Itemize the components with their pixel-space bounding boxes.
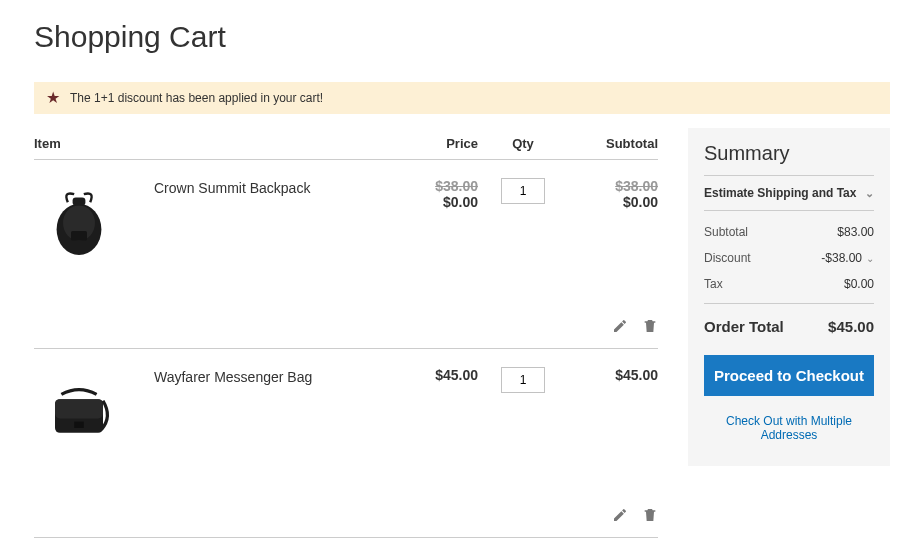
summary-title: Summary bbox=[704, 142, 874, 176]
cart-header-row: Item Price Qty Subtotal bbox=[34, 128, 658, 160]
messenger-bag-icon bbox=[39, 372, 119, 452]
cart-row: Crown Summit Backpack $38.00 $0.00 $38.0… bbox=[34, 160, 658, 349]
summary-tax: Tax $0.00 bbox=[704, 271, 874, 297]
price-final: $0.00 bbox=[388, 194, 478, 210]
trash-icon bbox=[642, 318, 658, 334]
subtotal-final: $45.00 bbox=[568, 367, 658, 383]
col-header-subtotal: Subtotal bbox=[568, 136, 658, 151]
col-header-qty: Qty bbox=[478, 136, 568, 151]
svg-rect-3 bbox=[71, 231, 87, 241]
tax-value: $0.00 bbox=[844, 277, 874, 291]
subtotal-original: $38.00 bbox=[568, 178, 658, 194]
svg-rect-6 bbox=[74, 422, 84, 428]
product-price: $45.00 bbox=[388, 367, 478, 383]
pencil-icon bbox=[612, 318, 628, 334]
discount-banner: ★ The 1+1 discount has been applied in y… bbox=[34, 82, 890, 114]
order-total-label: Order Total bbox=[704, 318, 784, 335]
estimate-label: Estimate Shipping and Tax bbox=[704, 186, 856, 200]
col-header-item: Item bbox=[34, 136, 388, 151]
product-name[interactable]: Crown Summit Backpack bbox=[154, 178, 388, 196]
order-total: Order Total $45.00 bbox=[704, 318, 874, 335]
multiple-addresses-link[interactable]: Check Out with Multiple Addresses bbox=[704, 414, 874, 442]
summary-subtotal: Subtotal $83.00 bbox=[704, 219, 874, 245]
remove-item-button[interactable] bbox=[642, 318, 658, 334]
svg-rect-5 bbox=[55, 399, 103, 418]
banner-text: The 1+1 discount has been applied in you… bbox=[70, 91, 323, 105]
product-image[interactable] bbox=[34, 367, 124, 457]
order-total-value: $45.00 bbox=[828, 318, 874, 335]
product-image[interactable] bbox=[34, 178, 124, 268]
subtotal-final: $0.00 bbox=[568, 194, 658, 210]
star-icon: ★ bbox=[46, 90, 60, 106]
product-price: $38.00 $0.00 bbox=[388, 178, 478, 210]
edit-item-button[interactable] bbox=[612, 318, 628, 334]
chevron-down-icon: ⌄ bbox=[866, 253, 874, 264]
subtotal-value: $83.00 bbox=[837, 225, 874, 239]
qty-input[interactable] bbox=[501, 367, 545, 393]
cart-table: Item Price Qty Subtotal Crown Summit Bac… bbox=[34, 128, 658, 538]
svg-rect-2 bbox=[73, 197, 86, 205]
summary-discount[interactable]: Discount -$38.00 ⌄ bbox=[704, 245, 874, 271]
cart-row: Wayfarer Messenger Bag $45.00 $45.00 bbox=[34, 349, 658, 538]
proceed-to-checkout-button[interactable]: Proceed to Checkout bbox=[704, 355, 874, 396]
summary-panel: Summary Estimate Shipping and Tax ⌄ Subt… bbox=[688, 128, 890, 466]
trash-icon bbox=[642, 507, 658, 523]
chevron-down-icon: ⌄ bbox=[865, 187, 874, 200]
subtotal-label: Subtotal bbox=[704, 225, 748, 239]
backpack-icon bbox=[39, 183, 119, 263]
product-subtotal: $45.00 bbox=[568, 367, 658, 383]
col-header-price: Price bbox=[388, 136, 478, 151]
price-original: $38.00 bbox=[388, 178, 478, 194]
product-name[interactable]: Wayfarer Messenger Bag bbox=[154, 367, 388, 385]
product-subtotal: $38.00 $0.00 bbox=[568, 178, 658, 210]
edit-item-button[interactable] bbox=[612, 507, 628, 523]
price-final: $45.00 bbox=[388, 367, 478, 383]
discount-value: -$38.00 bbox=[821, 251, 862, 265]
tax-label: Tax bbox=[704, 277, 723, 291]
discount-label: Discount bbox=[704, 251, 751, 265]
page-title: Shopping Cart bbox=[34, 20, 890, 54]
estimate-shipping-toggle[interactable]: Estimate Shipping and Tax ⌄ bbox=[704, 186, 874, 211]
pencil-icon bbox=[612, 507, 628, 523]
remove-item-button[interactable] bbox=[642, 507, 658, 523]
qty-input[interactable] bbox=[501, 178, 545, 204]
